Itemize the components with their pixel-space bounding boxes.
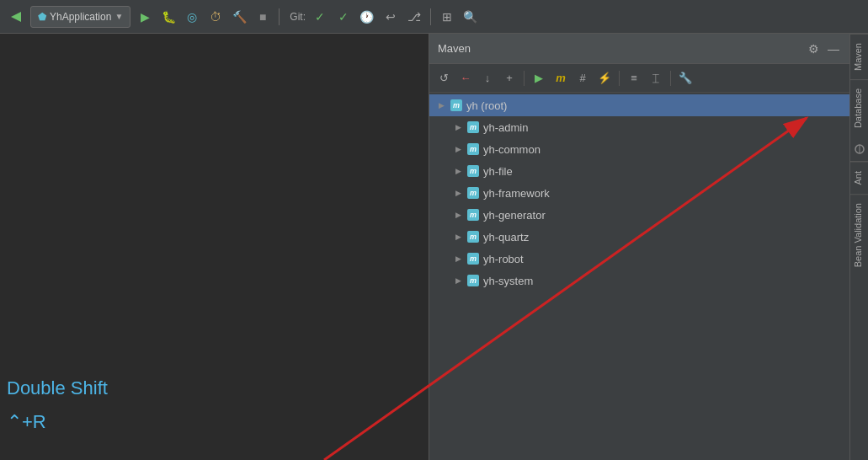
stop-icon[interactable]: ■: [253, 8, 272, 26]
tree-mod-icon-common: [466, 142, 480, 156]
debug-button[interactable]: 🐛: [159, 8, 178, 26]
tab-maven[interactable]: Maven: [850, 34, 868, 79]
tree-label-root: yh (root): [466, 99, 507, 112]
maven-panel: Maven ⚙ — ↺ ← ↓ + ▶ m # ⚡ ≡ ⌶ 🔧 ▶: [429, 34, 849, 460]
maven-hash-icon[interactable]: #: [573, 69, 592, 88]
tab-ant-icon[interactable]: [850, 136, 869, 162]
tree-mod-icon-file: [466, 164, 480, 178]
tree-mod-icon-quartz: [466, 230, 480, 243]
layout-icon[interactable]: ⊞: [438, 8, 456, 26]
maven-lines-icon[interactable]: ≡: [625, 69, 643, 88]
tree-mod-icon-robot: [466, 252, 480, 265]
git-label: Git:: [290, 11, 306, 23]
tree-arrow-framework: ▶: [453, 188, 463, 198]
maven-add-icon[interactable]: +: [500, 69, 519, 88]
tree-item-quartz[interactable]: ▶ yh-quartz: [429, 226, 849, 248]
sep2: [430, 8, 431, 25]
maven-settings-icon[interactable]: ⚙: [806, 41, 821, 56]
tree-item-robot[interactable]: ▶ yh-robot: [429, 248, 849, 270]
app-selector[interactable]: ⬟ YhApplication ▼: [30, 6, 130, 28]
tab-database[interactable]: Database: [850, 79, 868, 136]
maven-lightning-icon[interactable]: ⚡: [595, 69, 614, 88]
app-name: YhApplication: [50, 11, 111, 23]
maven-collapse-icon[interactable]: ←: [456, 69, 475, 88]
git-check1[interactable]: ✓: [311, 8, 329, 26]
git-check2[interactable]: ✓: [334, 8, 353, 26]
tree-mod-icon-framework: [466, 186, 480, 200]
tab-bean-validation[interactable]: Bean Validation: [850, 194, 868, 275]
maven-expand-icon[interactable]: ↓: [478, 69, 497, 88]
right-tabs: Maven Database Ant Bean Validation: [849, 34, 868, 460]
tree-label-generator: yh-generator: [483, 209, 546, 222]
tree-item-generator[interactable]: ▶ yh-generator: [429, 204, 849, 226]
find-action-shortcut: ⌃+R: [0, 408, 53, 436]
tree-label-system: yh-system: [483, 275, 533, 287]
tree-label-common: yh-common: [483, 143, 541, 156]
tree-arrow-quartz: ▶: [453, 232, 463, 242]
tree-mod-icon-root: [450, 99, 463, 112]
tree-item-framework[interactable]: ▶ yh-framework: [429, 182, 849, 204]
git-branches[interactable]: ⎇: [405, 8, 423, 26]
tree-mod-icon-system: [466, 274, 480, 287]
tree-arrow-system: ▶: [453, 275, 463, 286]
tree-arrow-robot: ▶: [453, 254, 463, 264]
maven-run-icon[interactable]: ▶: [530, 69, 548, 88]
tree-mod-icon-generator: [466, 208, 480, 222]
maven-minimize-icon[interactable]: —: [826, 41, 841, 56]
main-area: Double Shift ⌃+R Maven ⚙ — ↺ ← ↓ + ▶ m #…: [0, 34, 868, 460]
back-icon[interactable]: [7, 8, 25, 26]
maven-refresh-icon[interactable]: ↺: [434, 69, 453, 88]
tree-arrow-file: ▶: [453, 166, 463, 176]
search-icon[interactable]: 🔍: [461, 8, 480, 26]
tree-item-system[interactable]: ▶ yh-system: [429, 270, 849, 292]
tree-label-robot: yh-robot: [483, 253, 524, 265]
maven-sep3: [670, 71, 671, 86]
maven-wrench-icon[interactable]: 🔧: [676, 69, 695, 88]
tree-mod-icon-admin: [466, 120, 480, 134]
tree-label-framework: yh-framework: [483, 187, 550, 200]
maven-title: Maven: [438, 42, 471, 55]
maven-toolbar: ↺ ← ↓ + ▶ m # ⚡ ≡ ⌶ 🔧: [429, 64, 849, 93]
tree-arrow-generator: ▶: [453, 210, 463, 220]
maven-tree[interactable]: ▶ yh (root) ▶ yh-admin ▶: [429, 93, 849, 460]
tree-item-common[interactable]: ▶ yh-common: [429, 138, 849, 160]
maven-header: Maven ⚙ —: [429, 34, 849, 64]
top-toolbar: ⬟ YhApplication ▼ ▶ 🐛 ◎ ⏱ 🔨 ■ Git: ✓ ✓ 🕐…: [0, 0, 868, 34]
tree-arrow-admin: ▶: [453, 122, 463, 132]
git-history[interactable]: 🕐: [358, 8, 376, 26]
tab-ant[interactable]: Ant: [850, 162, 868, 194]
tree-label-quartz: yh-quartz: [483, 231, 529, 243]
tree-label-admin: yh-admin: [483, 121, 528, 134]
tree-item-file[interactable]: ▶ yh-file: [429, 160, 849, 182]
tree-item-admin[interactable]: ▶ yh-admin: [429, 116, 849, 138]
svg-marker-0: [11, 12, 21, 22]
maven-m-icon[interactable]: m: [551, 69, 570, 88]
build-icon[interactable]: 🔨: [230, 8, 248, 26]
tree-arrow-root: ▶: [436, 100, 446, 110]
tree-label-file: yh-file: [483, 165, 513, 178]
left-panel: Double Shift ⌃+R: [0, 34, 429, 460]
double-shift-label: Double Shift: [0, 374, 114, 403]
coverage-icon[interactable]: ◎: [183, 8, 201, 26]
maven-sep2: [619, 71, 620, 86]
tree-item-root[interactable]: ▶ yh (root): [429, 94, 849, 116]
profile-icon[interactable]: ⏱: [206, 8, 225, 26]
maven-header-icons: ⚙ —: [806, 41, 841, 56]
git-undo[interactable]: ↩: [381, 8, 400, 26]
sep1: [279, 8, 280, 25]
maven-collapse2-icon[interactable]: ⌶: [647, 69, 665, 88]
run-button[interactable]: ▶: [136, 8, 154, 26]
tree-arrow-common: ▶: [453, 144, 463, 154]
maven-sep1: [524, 71, 525, 86]
